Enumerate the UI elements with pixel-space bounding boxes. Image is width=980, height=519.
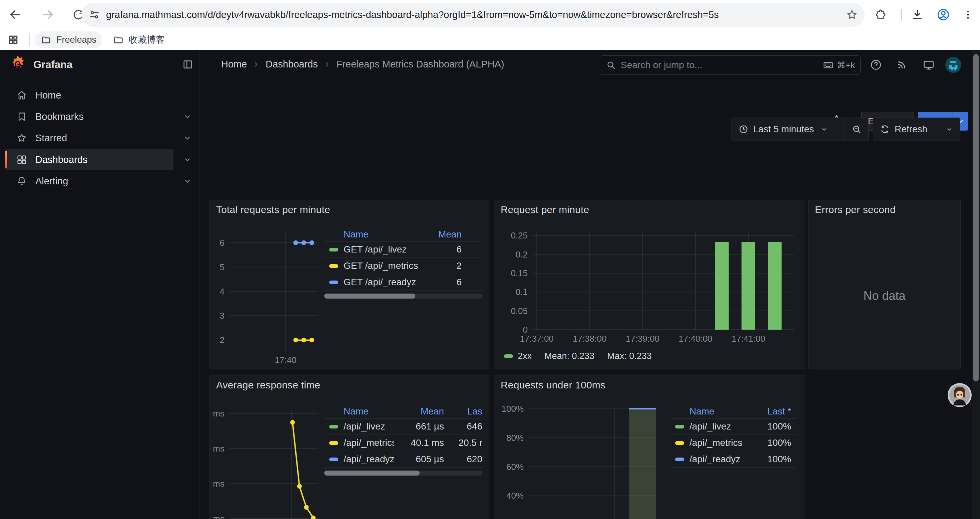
legend-row[interactable]: /api/_livez 100% xyxy=(670,418,797,435)
dashboards-expand-button[interactable] xyxy=(181,149,194,170)
legend-row[interactable]: /api/_livez 661 µs 646 xyxy=(324,418,482,435)
avatar-pixel-icon xyxy=(945,56,962,73)
url-bar[interactable]: grafana.mathmast.com/d/deytv4rwavabkb/fr… xyxy=(81,3,865,27)
breadcrumb-dashboards[interactable]: Dashboards xyxy=(266,59,318,70)
apps-grid-button[interactable] xyxy=(3,31,23,48)
sidebar-item-home[interactable]: Home xyxy=(5,85,173,106)
kebab-menu-icon xyxy=(963,9,974,21)
star-icon xyxy=(16,132,27,144)
refresh-label: Refresh xyxy=(895,124,927,134)
legend-row[interactable]: GET /api/_readyz 6 xyxy=(324,274,482,291)
svg-text:60 ms: 60 ms xyxy=(210,444,224,454)
panel-request-per-minute: Request per minute 0.250.20.150.10.05017… xyxy=(494,200,805,369)
panel-total-requests: Total requests per minute 6543217:40 Nam… xyxy=(210,200,489,369)
active-accent-bar xyxy=(5,151,7,168)
sidebar-item-starred[interactable]: Starred xyxy=(5,127,173,149)
legend-row[interactable]: /api/_readyz 605 µs 620 xyxy=(324,451,482,468)
search-icon xyxy=(606,60,616,70)
series-color-pill xyxy=(675,441,684,445)
grafana-logo[interactable] xyxy=(9,55,27,75)
legend-scrollbar[interactable] xyxy=(324,294,482,299)
sidebar-item-alerting[interactable]: Alerting xyxy=(5,170,173,192)
svg-text:40 ms: 40 ms xyxy=(210,479,224,489)
dashboards-grid-icon xyxy=(16,154,27,165)
url-text[interactable]: grafana.mathmast.com/d/deytv4rwavabkb/fr… xyxy=(106,10,846,21)
series-color-pill xyxy=(329,264,338,268)
legend-table: Name Mean Las /api/_livez 661 µs 646 /ap… xyxy=(324,405,482,476)
svg-text:80 ms: 80 ms xyxy=(210,409,224,418)
forward-button[interactable] xyxy=(37,3,59,26)
back-button[interactable] xyxy=(4,3,27,26)
legend-inline[interactable]: 2xx Mean: 0.233 Max: 0.233 xyxy=(504,351,652,361)
legend-header: Name Mean xyxy=(324,228,482,241)
profile-button[interactable] xyxy=(932,3,955,26)
legend-header: Name Mean Las xyxy=(324,405,482,418)
starred-expand-button[interactable] xyxy=(181,127,194,149)
bell-icon xyxy=(16,175,27,187)
series-color-pill xyxy=(675,425,684,428)
svg-text:17:38:00: 17:38:00 xyxy=(573,334,606,344)
series-color-pill xyxy=(329,458,338,461)
svg-text:17:41:00: 17:41:00 xyxy=(732,334,765,344)
bookmark-star-icon[interactable] xyxy=(846,9,858,21)
svg-text:6: 6 xyxy=(220,238,224,248)
svg-text:5: 5 xyxy=(220,262,224,272)
legend-table: Name Mean GET /api/_livez 6 GET /api/_me… xyxy=(324,228,482,299)
extensions-button[interactable] xyxy=(869,3,892,26)
svg-text:80%: 80% xyxy=(506,433,524,443)
user-avatar[interactable] xyxy=(944,56,963,74)
chevron-right-icon xyxy=(324,61,331,68)
site-settings-icon[interactable] xyxy=(89,9,100,21)
search-shortcut: ⌘+k xyxy=(823,60,855,70)
request-per-minute-chart: 0.250.20.150.10.05017:37:0017:38:0017:39… xyxy=(494,200,805,370)
panel-title[interactable]: Errors per second xyxy=(815,204,896,216)
svg-text:0.1: 0.1 xyxy=(516,287,528,297)
svg-text:17:40: 17:40 xyxy=(275,355,296,365)
sidebar-toggle-button[interactable] xyxy=(182,59,194,72)
sidebar-item-bookmarks[interactable]: Bookmarks xyxy=(5,106,173,127)
legend-scrollbar[interactable] xyxy=(324,471,482,476)
legend-row[interactable]: /api/_readyz 100% xyxy=(670,451,797,468)
browser-menu-button[interactable] xyxy=(957,3,979,26)
sidebar-item-dashboards[interactable]: Dashboards xyxy=(5,149,173,170)
sidebar-item-label: Starred xyxy=(35,133,67,144)
browser-toolbar: grafana.mathmast.com/d/deytv4rwavabkb/fr… xyxy=(0,0,980,29)
grafana-brand[interactable]: Grafana xyxy=(33,59,72,71)
news-button[interactable] xyxy=(892,56,911,74)
bookmarks-expand-button[interactable] xyxy=(181,106,194,127)
svg-text:17:40:00: 17:40:00 xyxy=(678,334,712,344)
keyboard-icon xyxy=(823,60,834,70)
series-color-pill xyxy=(329,281,338,284)
display-button[interactable] xyxy=(919,56,938,74)
legend-row[interactable]: GET /api/_metrics 2 xyxy=(324,258,482,274)
search-input[interactable]: Search or jump to... ⌘+k xyxy=(600,56,861,75)
bookmark-folder-freeleaps[interactable]: Freeleaps xyxy=(35,31,102,48)
scrollbar-thumb[interactable] xyxy=(973,54,978,382)
svg-text:0: 0 xyxy=(523,325,528,335)
legend-row[interactable]: /api/_metrics 100% xyxy=(670,435,797,451)
alerting-expand-button[interactable] xyxy=(181,170,194,192)
rss-icon xyxy=(896,59,908,70)
help-button[interactable] xyxy=(867,56,885,74)
folder-icon xyxy=(41,34,51,45)
help-icon xyxy=(870,59,882,71)
legend-table: Name Last * /api/_livez 100% /api/_metri… xyxy=(670,405,797,468)
series-color-pill xyxy=(329,248,338,251)
breadcrumb-current: Freeleaps Metrics Dashboard (ALPHA) xyxy=(337,59,504,70)
downloads-button[interactable] xyxy=(906,3,929,26)
svg-text:0.2: 0.2 xyxy=(516,249,528,260)
sidebar-item-label: Bookmarks xyxy=(35,111,84,122)
sidebar-item-label: Home xyxy=(35,90,61,101)
breadcrumb-home[interactable]: Home xyxy=(221,59,247,70)
page-scrollbar[interactable] xyxy=(972,50,980,519)
assistant-avatar-widget[interactable] xyxy=(947,383,972,407)
no-data-message: No data xyxy=(808,289,960,303)
legend-row[interactable]: GET /api/_livez 6 xyxy=(324,241,482,258)
series-color-pill xyxy=(504,355,513,358)
bookmark-folder-blogs[interactable]: 收藏博客 xyxy=(107,31,171,48)
chevron-down-icon xyxy=(946,126,953,133)
legend-row[interactable]: /api/_metrics 40.1 ms 20.5 r xyxy=(324,435,482,451)
svg-text:0.15: 0.15 xyxy=(511,268,528,278)
clock-icon xyxy=(738,124,749,134)
breadcrumb: Home Dashboards Freeleaps Metrics Dashbo… xyxy=(221,50,504,78)
